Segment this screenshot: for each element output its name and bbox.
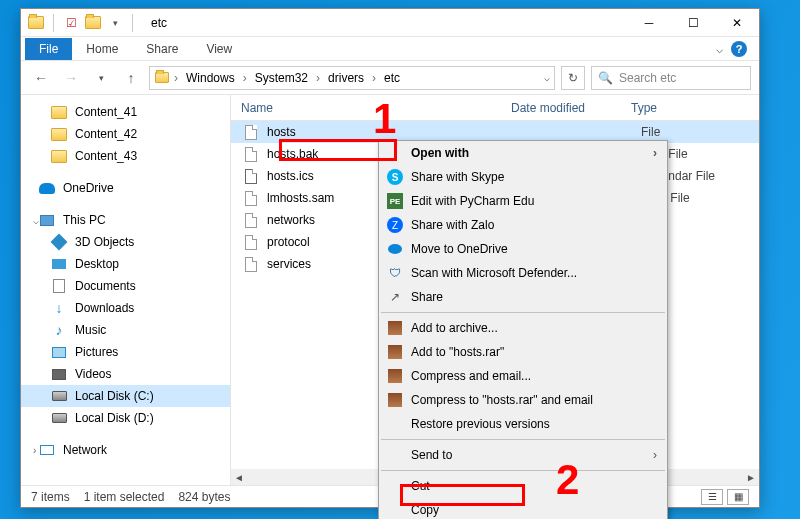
3d-icon bbox=[51, 234, 67, 250]
ctx-share-zalo[interactable]: ZShare with Zalo bbox=[379, 213, 667, 237]
disk-icon bbox=[51, 410, 67, 426]
tab-file[interactable]: File bbox=[25, 38, 72, 60]
refresh-button[interactable]: ↻ bbox=[561, 66, 585, 90]
new-folder-icon[interactable] bbox=[84, 14, 102, 32]
ctx-add-archive[interactable]: Add to archive... bbox=[379, 316, 667, 340]
label: Content_43 bbox=[75, 149, 137, 163]
chevron-right-icon[interactable]: › bbox=[172, 71, 180, 85]
address-dropdown-icon[interactable]: ⌵ bbox=[544, 72, 550, 83]
file-icon bbox=[243, 212, 259, 228]
crumb-windows[interactable]: Windows bbox=[182, 69, 239, 87]
sidebar-item-onedrive[interactable]: OneDrive bbox=[21, 177, 230, 199]
ctx-add-hosts-rar[interactable]: Add to "hosts.rar" bbox=[379, 340, 667, 364]
downloads-icon: ↓ bbox=[51, 300, 67, 316]
chevron-right-icon[interactable]: › bbox=[241, 71, 249, 85]
zalo-icon: Z bbox=[387, 217, 403, 233]
scroll-right-icon[interactable]: ► bbox=[743, 469, 759, 485]
sidebar-item-content43[interactable]: Content_43 bbox=[21, 145, 230, 167]
column-date[interactable]: Date modified bbox=[501, 97, 621, 119]
tab-share[interactable]: Share bbox=[132, 38, 192, 60]
crumb-etc[interactable]: etc bbox=[380, 69, 404, 87]
file-name: hosts.bak bbox=[267, 147, 318, 161]
sidebar-item-music[interactable]: ♪Music bbox=[21, 319, 230, 341]
ctx-copy[interactable]: Copy bbox=[379, 498, 667, 519]
file-icon bbox=[243, 234, 259, 250]
close-button[interactable]: ✕ bbox=[715, 9, 759, 37]
videos-icon bbox=[51, 366, 67, 382]
ctx-send-to[interactable]: Send to› bbox=[379, 443, 667, 467]
pycharm-icon: PE bbox=[387, 193, 403, 209]
ribbon-toggle-icon[interactable]: ⌵ bbox=[716, 42, 723, 56]
separator bbox=[381, 312, 665, 313]
label: Desktop bbox=[75, 257, 119, 271]
up-button[interactable]: ↑ bbox=[119, 66, 143, 90]
sidebar-item-network[interactable]: ›Network bbox=[21, 439, 230, 461]
documents-icon bbox=[51, 278, 67, 294]
crumb-system32[interactable]: System32 bbox=[251, 69, 312, 87]
nav-bar: ← → ▾ ↑ › Windows › System32 › drivers ›… bbox=[21, 61, 759, 95]
label: 3D Objects bbox=[75, 235, 134, 249]
ctx-compress-hosts-email[interactable]: Compress to "hosts.rar" and email bbox=[379, 388, 667, 412]
scroll-left-icon[interactable]: ◄ bbox=[231, 469, 247, 485]
label: Local Disk (D:) bbox=[75, 411, 154, 425]
column-type[interactable]: Type bbox=[621, 97, 721, 119]
minimize-button[interactable]: ─ bbox=[627, 9, 671, 37]
file-name: networks bbox=[267, 213, 315, 227]
address-bar[interactable]: › Windows › System32 › drivers › etc ⌵ bbox=[149, 66, 555, 90]
status-selection: 1 item selected bbox=[84, 490, 165, 504]
submenu-arrow-icon: › bbox=[653, 146, 657, 160]
sidebar-item-localdisk-d[interactable]: Local Disk (D:) bbox=[21, 407, 230, 429]
label: Content_42 bbox=[75, 127, 137, 141]
tab-home[interactable]: Home bbox=[72, 38, 132, 60]
history-dropdown[interactable]: ▾ bbox=[89, 66, 113, 90]
tab-view[interactable]: View bbox=[192, 38, 246, 60]
search-input[interactable]: 🔍 Search etc bbox=[591, 66, 751, 90]
expand-icon[interactable]: › bbox=[33, 445, 36, 456]
forward-button[interactable]: → bbox=[59, 66, 83, 90]
sidebar-item-pictures[interactable]: Pictures bbox=[21, 341, 230, 363]
share-icon: ↗ bbox=[387, 289, 403, 305]
ctx-restore-versions[interactable]: Restore previous versions bbox=[379, 412, 667, 436]
sidebar-item-content41[interactable]: Content_41 bbox=[21, 101, 230, 123]
ctx-move-onedrive[interactable]: Move to OneDrive bbox=[379, 237, 667, 261]
file-name: hosts bbox=[267, 125, 296, 139]
column-name[interactable]: Name bbox=[231, 97, 431, 119]
ctx-compress-email[interactable]: Compress and email... bbox=[379, 364, 667, 388]
file-icon bbox=[243, 146, 259, 162]
sidebar-item-thispc[interactable]: ⌵This PC bbox=[21, 209, 230, 231]
ctx-share[interactable]: ↗Share bbox=[379, 285, 667, 309]
label: Scan with Microsoft Defender... bbox=[411, 266, 577, 280]
titlebar: ☑ ▾ etc ─ ☐ ✕ bbox=[21, 9, 759, 37]
thumbnails-view-button[interactable]: ▦ bbox=[727, 489, 749, 505]
file-name: protocol bbox=[267, 235, 310, 249]
chevron-right-icon[interactable]: › bbox=[370, 71, 378, 85]
collapse-icon[interactable]: ⌵ bbox=[33, 215, 39, 226]
sidebar-item-documents[interactable]: Documents bbox=[21, 275, 230, 297]
details-view-button[interactable]: ☰ bbox=[701, 489, 723, 505]
sidebar-item-localdisk-c[interactable]: Local Disk (C:) bbox=[21, 385, 230, 407]
label: Send to bbox=[411, 448, 452, 462]
sidebar-item-downloads[interactable]: ↓Downloads bbox=[21, 297, 230, 319]
ctx-scan-defender[interactable]: 🛡Scan with Microsoft Defender... bbox=[379, 261, 667, 285]
ctx-open-with[interactable]: Open with› bbox=[379, 141, 667, 165]
help-icon[interactable]: ? bbox=[731, 41, 747, 57]
sidebar-item-videos[interactable]: Videos bbox=[21, 363, 230, 385]
sidebar-item-content42[interactable]: Content_42 bbox=[21, 123, 230, 145]
ctx-edit-pycharm[interactable]: PEEdit with PyCharm Edu bbox=[379, 189, 667, 213]
qat-dropdown-icon[interactable]: ▾ bbox=[106, 14, 124, 32]
crumb-drivers[interactable]: drivers bbox=[324, 69, 368, 87]
maximize-button[interactable]: ☐ bbox=[671, 9, 715, 37]
sidebar-item-3dobjects[interactable]: 3D Objects bbox=[21, 231, 230, 253]
folder-icon bbox=[154, 70, 170, 86]
chevron-right-icon[interactable]: › bbox=[314, 71, 322, 85]
label: Cut bbox=[411, 479, 430, 493]
properties-icon[interactable]: ☑ bbox=[62, 14, 80, 32]
file-icon bbox=[243, 168, 259, 184]
back-button[interactable]: ← bbox=[29, 66, 53, 90]
search-icon: 🔍 bbox=[598, 71, 613, 85]
file-name: hosts.ics bbox=[267, 169, 314, 183]
pc-icon bbox=[39, 212, 55, 228]
sidebar-item-desktop[interactable]: Desktop bbox=[21, 253, 230, 275]
ctx-share-skype[interactable]: SShare with Skype bbox=[379, 165, 667, 189]
ctx-cut[interactable]: Cut bbox=[379, 474, 667, 498]
